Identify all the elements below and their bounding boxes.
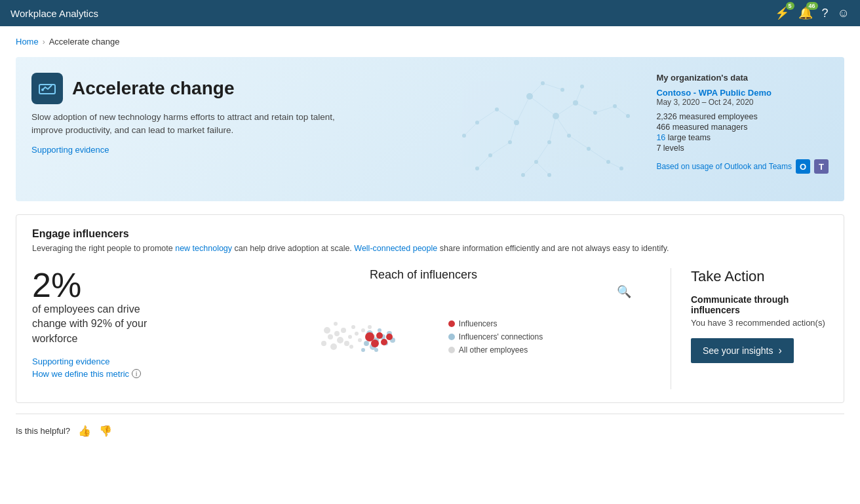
svg-point-65 (334, 322, 338, 326)
svg-point-46 (580, 85, 584, 88)
svg-line-21 (608, 162, 621, 168)
svg-point-37 (606, 160, 610, 164)
lightning-icon-wrap[interactable]: ⚡ 5 (775, 6, 789, 20)
svg-point-29 (567, 134, 571, 138)
svg-point-43 (475, 166, 479, 170)
svg-point-69 (364, 341, 369, 346)
see-insights-button[interactable]: See your insights › (691, 338, 794, 363)
org-data-footer-text: Based on usage of Outlook and Teams (656, 162, 792, 171)
svg-line-7 (510, 123, 517, 142)
legend-others: All other employees (448, 345, 543, 355)
svg-line-2 (530, 96, 556, 116)
svg-point-51 (337, 337, 343, 343)
org-data-company: Contoso - WPA Public Demo (656, 88, 829, 98)
thumbs-down-button[interactable]: 👎 (99, 425, 112, 437)
svg-line-20 (615, 106, 628, 116)
stat-supporting-link[interactable]: Supporting evidence (32, 357, 163, 366)
hero-icon (31, 73, 63, 104)
svg-point-33 (587, 147, 591, 151)
svg-point-52 (351, 325, 355, 329)
user-icon[interactable]: ☺ (838, 7, 850, 20)
svg-line-19 (477, 155, 490, 168)
legend-dot-influencers (448, 320, 455, 327)
breadcrumb-current: Accelerate change (49, 37, 120, 47)
breadcrumb-home[interactable]: Home (16, 37, 39, 47)
card-section-title: Engage influencers (32, 228, 828, 240)
insights-btn-label: See your insights (703, 345, 773, 356)
svg-point-39 (534, 160, 538, 164)
chart-title: Reach of influencers (370, 268, 477, 282)
svg-point-81 (381, 339, 387, 345)
hero-title: Accelerate change (72, 78, 234, 99)
svg-line-8 (576, 103, 595, 113)
chart-legend: Influencers Influencers' connections All… (448, 319, 543, 355)
card-section-desc: Leveraging the right people to promote n… (32, 242, 828, 255)
org-data-stat-levels: 7 levels (656, 144, 829, 153)
svg-point-1 (41, 88, 44, 91)
svg-line-22 (576, 87, 582, 103)
svg-point-48 (547, 173, 551, 177)
app-title: Workplace Analytics (10, 8, 98, 19)
bell-icon-wrap[interactable]: 🔔 46 (798, 6, 813, 20)
svg-line-14 (549, 116, 556, 142)
svg-line-3 (517, 96, 530, 123)
svg-line-18 (464, 123, 477, 136)
org-data-footer: Based on usage of Outlook and Teams O T (656, 159, 829, 174)
metric-definition-link[interactable]: How we define this metric i (32, 369, 163, 379)
svg-line-6 (497, 109, 517, 123)
page-footer: Is this helpful? 👍 👎 (16, 414, 844, 442)
info-icon: i (132, 369, 141, 378)
thumbs-up-button[interactable]: 👍 (78, 425, 91, 437)
svg-line-13 (589, 149, 608, 162)
svg-point-58 (361, 328, 365, 332)
svg-point-31 (508, 140, 512, 144)
teams-icon: T (814, 159, 829, 174)
svg-point-63 (321, 341, 326, 346)
nav-icons: ⚡ 5 🔔 46 ? ☺ (775, 6, 850, 20)
chart-area: 🔍 (176, 284, 671, 389)
legend-connections: Influencers' connections (448, 332, 543, 341)
svg-line-15 (536, 142, 549, 162)
hero-supporting-link[interactable]: Supporting evidence (31, 145, 109, 155)
action-title: Take Action (691, 268, 828, 285)
legend-dot-others (448, 347, 455, 353)
outlook-icon: O (796, 159, 810, 174)
svg-point-34 (475, 121, 479, 125)
org-data-title: My organization's data (656, 73, 829, 83)
svg-point-75 (374, 348, 378, 352)
svg-point-28 (573, 100, 578, 106)
legend-influencers: Influencers (448, 319, 543, 328)
svg-point-82 (386, 334, 393, 340)
org-data-stat-managers: 466 measured managers (656, 123, 829, 132)
svg-point-61 (324, 327, 330, 334)
lightning-badge: 5 (786, 2, 794, 10)
svg-line-11 (490, 142, 510, 155)
svg-point-35 (488, 153, 492, 157)
big-stat: 2% (32, 268, 163, 302)
engage-influencers-card: Engage influencers Leveraging the right … (16, 214, 844, 403)
svg-point-57 (330, 343, 337, 350)
svg-point-44 (626, 114, 630, 118)
svg-line-17 (543, 83, 562, 90)
zoom-icon[interactable]: 🔍 (617, 284, 631, 299)
svg-point-59 (328, 334, 333, 339)
stat-links: Supporting evidence How we define this m… (32, 357, 163, 379)
svg-line-10 (477, 109, 497, 123)
svg-point-50 (348, 335, 352, 339)
svg-point-26 (553, 113, 559, 119)
org-data-panel: My organization's data Contoso - WPA Pub… (656, 73, 829, 174)
org-data-stat-employees: 2,326 measured employees (656, 112, 829, 121)
svg-line-23 (523, 162, 536, 175)
svg-point-27 (514, 120, 519, 125)
org-data-date: May 3, 2020 – Oct 24, 2020 (656, 98, 829, 107)
action-subtitle: Communicate through influencers (691, 294, 828, 315)
stat-description: of employees can drive change with 92% o… (32, 302, 163, 346)
svg-point-80 (371, 339, 379, 347)
svg-point-55 (334, 331, 340, 336)
top-navigation: Workplace Analytics ⚡ 5 🔔 46 ? ☺ (0, 0, 860, 26)
svg-line-9 (569, 136, 589, 149)
help-icon[interactable]: ? (822, 7, 829, 20)
svg-line-4 (556, 103, 576, 116)
svg-line-5 (556, 116, 569, 136)
svg-point-32 (593, 111, 597, 115)
